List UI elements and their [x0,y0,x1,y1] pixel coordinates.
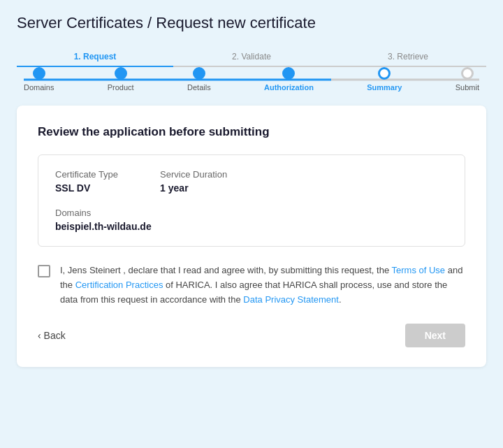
step-summary[interactable]: Summary [367,67,402,92]
label-submit: Submit [455,83,479,92]
review-title: Review the application before submitting [38,125,465,139]
agreement-section: I, Jens Steinert , declare that I read a… [38,263,465,307]
step-authorization[interactable]: Authorization [264,67,314,92]
label-summary: Summary [367,83,402,92]
dot-authorization [282,67,295,80]
dot-summary [378,67,391,80]
dot-submit [461,67,474,80]
step-details[interactable]: Details [187,67,211,92]
phase-bar: 1. Request 2. Validate 3. Retrieve [17,48,486,67]
phase-retrieve[interactable]: 3. Retrieve [330,48,486,67]
cert-type-value: SSL DV [55,182,118,194]
service-duration-col: Service Duration 1 year [160,169,227,194]
agreement-text-before: I, Jens Steinert , declare that I read a… [60,265,392,275]
dot-details [193,67,205,80]
dot-product [115,67,127,80]
cert-practices-link[interactable]: Certification Practices [75,280,163,290]
step-product[interactable]: Product [108,67,134,92]
domains-label: Domains [55,208,152,218]
cert-type-label: Certificate Type [55,169,118,180]
label-details: Details [187,83,211,92]
privacy-link[interactable]: Data Privacy Statement [243,294,339,305]
cert-type-col: Certificate Type SSL DV [55,169,118,194]
label-domains: Domains [24,83,54,92]
page-title: Server Certificates / Request new certif… [17,14,486,32]
main-card: Review the application before submitting… [17,106,486,367]
service-duration-value: 1 year [160,182,227,194]
terms-link[interactable]: Terms of Use [392,265,446,275]
domains-value: beispiel.th-wildau.de [55,221,152,232]
domains-col: Domains beispiel.th-wildau.de [55,208,152,232]
agreement-text-end: . [339,294,342,305]
dot-domains [33,67,45,80]
service-duration-label: Service Duration [160,169,227,180]
phase-request[interactable]: 1. Request [17,48,173,67]
agreement-text: I, Jens Steinert , declare that I read a… [60,263,465,307]
progress-track: Domains Product Details Authorization Su… [17,67,486,92]
label-authorization: Authorization [264,83,314,92]
phase-validate[interactable]: 2. Validate [173,48,330,67]
step-domains[interactable]: Domains [24,67,54,92]
footer-nav: ‹ Back Next [38,324,465,347]
info-row-1: Certificate Type SSL DV Service Duration… [55,169,448,194]
label-product: Product [108,83,134,92]
info-card: Certificate Type SSL DV Service Duration… [38,154,465,247]
next-button[interactable]: Next [405,324,465,347]
agreement-checkbox[interactable] [38,265,50,277]
info-row-2: Domains beispiel.th-wildau.de [55,208,448,232]
back-button[interactable]: ‹ Back [38,330,66,341]
agreement-checkbox-wrap[interactable] [38,265,50,277]
step-submit: Submit [455,67,479,92]
